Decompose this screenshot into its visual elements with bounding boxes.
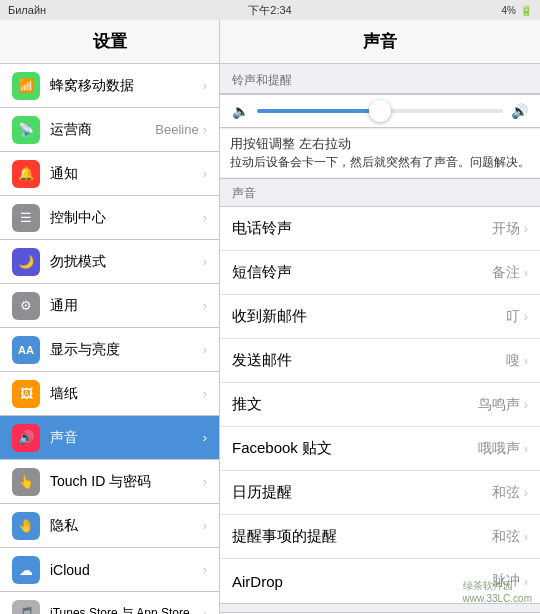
volume-high-icon: 🔊 xyxy=(511,103,528,119)
chevron-icon: › xyxy=(203,562,207,577)
sidebar-item-touchid-label: Touch ID 与密码 xyxy=(50,473,203,491)
watermark: 绿茶软件园www.33LC.com xyxy=(463,579,532,604)
row-value-newmail: 叮 xyxy=(506,308,520,326)
carrier-label: Билайн xyxy=(8,4,46,16)
general-icon: ⚙ xyxy=(12,292,40,320)
row-value-ringtone: 开场 xyxy=(492,220,520,238)
table-row[interactable]: 短信铃声 备注 › xyxy=(220,251,540,295)
row-value-tweet: 鸟鸣声 xyxy=(478,396,520,414)
sidebar-item-general-label: 通用 xyxy=(50,297,203,315)
table-row[interactable]: Facebook 贴文 哦哦声 › xyxy=(220,427,540,471)
sidebar-item-carrier-label: 运营商 xyxy=(50,121,155,139)
right-panel: 声音 铃声和提醒 🔈 🔊 用按钮调整 左右 xyxy=(220,20,540,614)
itunes-icon: 🎵 xyxy=(12,600,40,615)
row-label-newmail: 收到新邮件 xyxy=(232,307,506,326)
sidebar-item-icloud[interactable]: ☁ iCloud › xyxy=(0,548,219,592)
cellular-icon: 📶 xyxy=(12,72,40,100)
volume-low-icon: 🔈 xyxy=(232,103,249,119)
row-value-reminder: 和弦 xyxy=(492,528,520,546)
sidebar: 设置 📶 蜂窝移动数据 › 📡 运营商 Beeline › 🔔 通知 › ☰ 控… xyxy=(0,20,220,614)
sidebar-item-control[interactable]: ☰ 控制中心 › xyxy=(0,196,219,240)
sidebar-item-touchid[interactable]: 👆 Touch ID 与密码 › xyxy=(0,460,219,504)
notification-icon: 🔔 xyxy=(12,160,40,188)
chevron-icon: › xyxy=(203,430,207,445)
chevron-icon: › xyxy=(203,78,207,93)
sidebar-item-donotdisturb[interactable]: 🌙 勿扰模式 › xyxy=(0,240,219,284)
sidebar-item-carrier[interactable]: 📡 运营商 Beeline › xyxy=(0,108,219,152)
volume-row: 🔈 🔊 xyxy=(232,103,528,119)
row-label-calendar: 日历提醒 xyxy=(232,483,492,502)
chevron-icon: › xyxy=(524,221,528,236)
section-header-sound: 声音 xyxy=(220,179,540,206)
sidebar-title: 设置 xyxy=(0,20,219,64)
instruction-overlay: 用按钮调整 左右拉动 拉动后设备会卡一下，然后就突然有了声音。问题解决。 xyxy=(220,128,540,178)
section-header-ring: 铃声和提醒 xyxy=(220,64,540,93)
chevron-icon: › xyxy=(203,254,207,269)
sound-icon: 🔊 xyxy=(12,424,40,452)
row-value-sms: 备注 xyxy=(492,264,520,282)
table-row[interactable]: 日历提醒 和弦 › xyxy=(220,471,540,515)
sidebar-item-itunes[interactable]: 🎵 iTunes Store 与 App Store › xyxy=(0,592,219,614)
touchid-icon: 👆 xyxy=(12,468,40,496)
volume-group: 🔈 🔊 用按钮调整 左右拉动 拉动后设备会卡一下，然后就突然有了声音。问题解决。 xyxy=(220,93,540,179)
sidebar-item-notification-label: 通知 xyxy=(50,165,203,183)
table-row[interactable]: 发送邮件 嗖 › xyxy=(220,339,540,383)
main-content: 设置 📶 蜂窝移动数据 › 📡 运营商 Beeline › 🔔 通知 › ☰ 控… xyxy=(0,20,540,614)
table-row[interactable]: 推文 鸟鸣声 › xyxy=(220,383,540,427)
chevron-icon: › xyxy=(203,210,207,225)
sidebar-item-icloud-label: iCloud xyxy=(50,562,203,578)
donotdisturb-icon: 🌙 xyxy=(12,248,40,276)
table-row[interactable]: 提醒事项的提醒 和弦 › xyxy=(220,515,540,559)
instruction-text-1: 用按钮调整 左右拉动 xyxy=(230,135,530,153)
row-label-sms: 短信铃声 xyxy=(232,263,492,282)
time-label: 下午2:34 xyxy=(248,3,291,18)
sidebar-item-donotdisturb-label: 勿扰模式 xyxy=(50,253,203,271)
chevron-icon: › xyxy=(203,386,207,401)
display-icon: AA xyxy=(12,336,40,364)
chevron-icon: › xyxy=(524,309,528,324)
sidebar-item-display-label: 显示与亮度 xyxy=(50,341,203,359)
status-bar: Билайн 下午2:34 4% 🔋 xyxy=(0,0,540,20)
sidebar-item-privacy[interactable]: 🤚 隐私 › xyxy=(0,504,219,548)
sidebar-item-notification[interactable]: 🔔 通知 › xyxy=(0,152,219,196)
row-label-airdrop: AirDrop xyxy=(232,573,492,590)
chevron-icon: › xyxy=(524,265,528,280)
battery-label: 4% xyxy=(502,5,516,16)
row-label-tweet: 推文 xyxy=(232,395,478,414)
sidebar-item-itunes-label: iTunes Store 与 App Store xyxy=(50,605,203,614)
table-row[interactable]: 收到新邮件 叮 › xyxy=(220,295,540,339)
chevron-icon: › xyxy=(203,122,207,137)
chevron-icon: › xyxy=(203,474,207,489)
row-label-reminder: 提醒事项的提醒 xyxy=(232,527,492,546)
icloud-icon: ☁ xyxy=(12,556,40,584)
sidebar-item-cellular[interactable]: 📶 蜂窝移动数据 › xyxy=(0,64,219,108)
sidebar-item-general[interactable]: ⚙ 通用 › xyxy=(0,284,219,328)
chevron-icon: › xyxy=(203,298,207,313)
chevron-icon: › xyxy=(524,441,528,456)
sidebar-item-display[interactable]: AA 显示与亮度 › xyxy=(0,328,219,372)
chevron-icon: › xyxy=(203,166,207,181)
volume-slider-thumb xyxy=(369,100,391,122)
sidebar-item-wallpaper[interactable]: 🖼 墙纸 › xyxy=(0,372,219,416)
volume-section: 🔈 🔊 xyxy=(220,94,540,128)
sidebar-item-carrier-value: Beeline xyxy=(155,122,198,137)
chevron-icon: › xyxy=(524,485,528,500)
chevron-icon: › xyxy=(203,606,207,614)
carrier-icon: 📡 xyxy=(12,116,40,144)
volume-slider-fill xyxy=(257,109,380,113)
row-value-sendmail: 嗖 xyxy=(506,352,520,370)
chevron-icon: › xyxy=(524,353,528,368)
status-bar-right: 4% 🔋 xyxy=(502,5,532,16)
sidebar-item-sound[interactable]: 🔊 声音 › xyxy=(0,416,219,460)
chevron-icon: › xyxy=(524,529,528,544)
status-bar-left: Билайн xyxy=(8,4,46,16)
right-panel-title: 声音 xyxy=(220,20,540,64)
sidebar-item-wallpaper-label: 墙纸 xyxy=(50,385,203,403)
volume-slider[interactable] xyxy=(257,109,503,113)
control-icon: ☰ xyxy=(12,204,40,232)
sidebar-item-control-label: 控制中心 xyxy=(50,209,203,227)
table-row[interactable]: 电话铃声 开场 › xyxy=(220,207,540,251)
chevron-icon: › xyxy=(203,342,207,357)
chevron-icon: › xyxy=(203,518,207,533)
battery-icon: 🔋 xyxy=(520,5,532,16)
